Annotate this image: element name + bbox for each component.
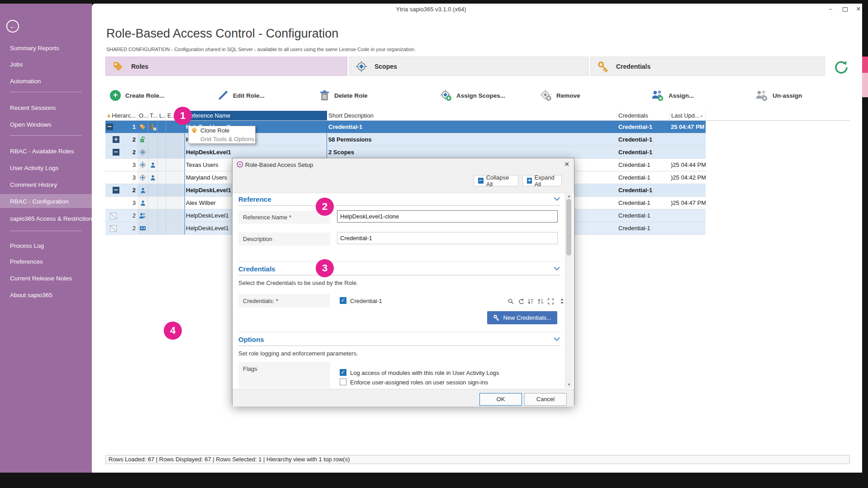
sidebar-item-summary-reports[interactable]: Summary Reports [10, 45, 59, 52]
column-header-l[interactable]: L... [158, 111, 166, 120]
sort-asc-icon[interactable] [527, 298, 534, 305]
tab-scopes[interactable]: Scopes [349, 57, 589, 76]
row-checkbox[interactable] [110, 213, 117, 219]
sidebar-item-user-activity-logs[interactable]: User Activity Logs [10, 165, 58, 171]
card-icon [139, 225, 146, 232]
user-icon [140, 187, 146, 194]
section-separator [238, 332, 560, 332]
expand-all-icon: + [527, 178, 532, 184]
user-icon [150, 175, 156, 181]
menu-item-clone-role[interactable]: Clone Role [189, 126, 255, 135]
collapse-toggle[interactable]: − [113, 187, 119, 194]
reference-name-input[interactable] [337, 210, 558, 223]
expand-toggle[interactable]: + [113, 136, 119, 143]
search-icon[interactable] [508, 298, 514, 305]
sidebar-item-open-windows[interactable]: Open Windows [10, 121, 52, 128]
fullscreen-icon[interactable] [547, 298, 554, 305]
sidebar-item-rbac-available-roles[interactable]: RBAC - Available Roles [10, 148, 74, 155]
desktop-strip-bottom [0, 473, 868, 488]
log-access-checkbox[interactable] [340, 369, 346, 376]
cancel-button[interactable]: Cancel [524, 393, 567, 406]
column-header-last-updated[interactable]: Last Upd...▴ [670, 111, 706, 120]
section-credentials[interactable]: Credentials [238, 265, 560, 273]
table-row[interactable]: −2 HelpDeskLevel1 2 Scopes Credential-1 [105, 146, 706, 159]
column-header-short-description[interactable]: Short Description [327, 111, 617, 120]
sidebar-item-comment-history[interactable]: Comment History [10, 181, 57, 188]
sort-desc-icon[interactable] [537, 298, 544, 305]
sidebar-item-about-sapio365[interactable]: About sapio365 [10, 292, 52, 298]
column-header-credentials[interactable]: Credentials [617, 111, 670, 120]
maximize-button[interactable] [843, 7, 848, 12]
scope-icon [139, 174, 146, 181]
column-header-t[interactable]: T... [148, 111, 158, 120]
sidebar-item-process-log[interactable]: Process Log [10, 242, 44, 249]
remove-scope-button[interactable]: Remove [540, 89, 580, 102]
enforce-roles-checkbox[interactable] [340, 379, 346, 385]
undo-icon[interactable] [517, 298, 524, 305]
annotation-badge-2: 2 [316, 198, 334, 216]
options-hint: Set role logging and enforcement paramet… [238, 350, 358, 357]
scrollbar-thumb[interactable] [566, 199, 571, 256]
tab-label: Credentials [616, 63, 650, 70]
annotation-badge-3: 3 [316, 259, 334, 277]
flags-label: Flags [238, 362, 330, 388]
window-title: Ytria sapio365 v3.1.0 (x64) [396, 6, 466, 13]
column-header-reference-name[interactable]: Reference Name [185, 111, 327, 120]
description-input[interactable] [337, 232, 558, 244]
collapse-all-icon: − [478, 178, 484, 184]
back-button[interactable]: ← [6, 20, 19, 33]
sidebar-item-preferences[interactable]: Preferences [10, 258, 43, 265]
sidebar-item-current-release-notes[interactable]: Current Release Notes [10, 275, 72, 282]
menu-item-grid-tools-options[interactable]: Grid Tools & Options ▸ [189, 135, 255, 143]
chevron-down-icon[interactable] [553, 197, 560, 201]
collapse-all-button[interactable]: − Collapse All [474, 175, 518, 186]
page-title: Role-Based Access Control - Configuratio… [106, 27, 338, 41]
desktop-strip-right [862, 0, 868, 488]
refresh-icon[interactable] [833, 59, 849, 76]
section-options[interactable]: Options [238, 336, 560, 343]
ok-button[interactable]: OK [479, 393, 522, 406]
assign-scopes-button[interactable]: Assign Scopes... [440, 89, 505, 102]
plus-circle-icon: + [110, 90, 121, 101]
expand-all-button[interactable]: + Expand All [522, 175, 562, 186]
unassign-users-button[interactable]: Un-assign [755, 89, 802, 102]
user-icon [140, 200, 146, 206]
spinner-icon[interactable] [559, 298, 565, 305]
column-header-o[interactable]: O... [138, 111, 148, 120]
sidebar-item-rbac-configuration[interactable]: RBAC - Configuration [10, 198, 69, 205]
tab-roles[interactable]: Roles [105, 57, 347, 76]
scroll-up-icon[interactable]: ▲ [565, 194, 573, 198]
pencil-icon [218, 90, 228, 101]
dialog-close-icon[interactable]: ✕ [564, 161, 569, 168]
create-role-button[interactable]: + Create Role... [110, 89, 164, 102]
collapse-toggle[interactable]: − [113, 149, 119, 156]
delete-role-button[interactable]: Delete Role [319, 89, 368, 102]
scroll-down-icon[interactable]: ▼ [565, 383, 573, 387]
assign-users-button[interactable]: Assign... [651, 89, 694, 102]
scope-add-icon [440, 90, 452, 101]
credential-1-checkbox[interactable] [340, 297, 346, 304]
sidebar-item-automation[interactable]: Automation [10, 78, 41, 85]
sidebar-item-jobs[interactable]: Jobs [10, 61, 23, 68]
edit-role-button[interactable]: Edit Role... [218, 89, 265, 102]
row-checkbox[interactable] [110, 225, 117, 232]
chevron-down-icon[interactable] [553, 337, 560, 341]
new-credentials-button[interactable]: New Credentials... [487, 311, 557, 324]
sidebar-item-recent-sessions[interactable]: Recent Sessions [10, 104, 56, 111]
status-bar: Rows Loaded: 67 | Rows Displayed: 67 | R… [105, 455, 850, 464]
tab-label: Scopes [375, 63, 397, 70]
tab-label: Roles [131, 63, 148, 70]
desktop-strip-top [0, 0, 868, 4]
minimize-button[interactable]: – [825, 5, 835, 13]
tab-credentials[interactable]: Credentials [590, 57, 825, 76]
dialog-scrollbar[interactable]: ▲ ▼ [565, 193, 573, 388]
lock-icon [107, 113, 111, 118]
collapse-toggle[interactable]: − [106, 123, 113, 130]
chevron-down-icon[interactable] [553, 266, 560, 271]
section-reference[interactable]: Reference [238, 195, 560, 203]
column-header-hierarchy[interactable]: Hierarc... [105, 111, 138, 120]
sort-indicator-icon: ▴ [701, 114, 702, 118]
dialog-footer: OK Cancel [232, 389, 574, 407]
sidebar-item-sapio365-access[interactable]: sapio365 Access & Restrictions [10, 215, 95, 222]
credential-1-label: Credential-1 [350, 298, 382, 304]
